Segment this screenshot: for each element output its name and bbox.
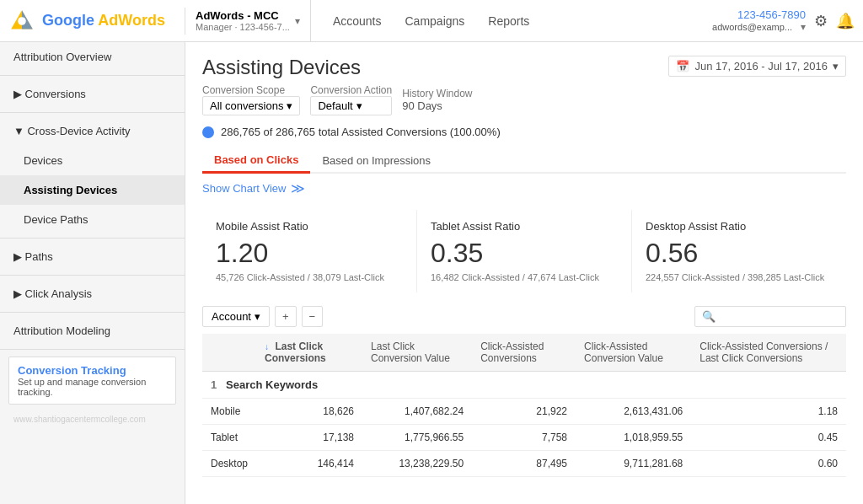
segment-label: Account [212,310,251,323]
row-mobile-click-assisted-val: 2,613,431.06 [576,399,691,425]
row-tablet-click-assisted: 7,758 [472,425,576,451]
logo-area: Google AdWords [8,8,185,35]
sidebar-divider-5 [0,312,185,313]
metric-tablet-label: Tablet Assist Ratio [431,220,618,233]
sidebar-item-cross-device[interactable]: ▼ Cross-Device Activity [0,116,185,146]
metric-desktop: Desktop Assist Ratio 0.56 224,557 Click-… [632,210,846,292]
table-toolbar: Account ▾ + − 🔍 [202,306,846,327]
user-phone: 123-456-7890 [737,8,806,21]
nav-reports[interactable]: Reports [476,0,541,42]
add-filter-button[interactable]: + [275,306,297,327]
group-label: 1 Search Keywords [202,372,846,399]
user-dropdown-arrow-icon[interactable]: ▾ [801,21,806,33]
chart-expand-icon[interactable]: ≫ [291,180,305,196]
search-icon: 🔍 [702,310,716,323]
sidebar-divider-2 [0,112,185,113]
tab-based-on-impressions[interactable]: Based on Impressions [310,149,442,172]
blue-circle-icon [202,126,214,138]
account-dropdown-arrow-icon[interactable]: ▾ [295,15,300,27]
logo-text: Google AdWords [42,12,165,29]
show-chart-link[interactable]: Show Chart View [202,182,286,195]
row-tablet-click-assisted-val: 1,018,959.55 [576,425,691,451]
top-right: 123-456-7890 adwords@examp... ▾ ⚙ 🔔 [712,8,855,33]
account-sub: Manager · 123-456-7... [196,22,290,32]
account-info: AdWords - MCC Manager · 123-456-7... [196,9,290,32]
conversion-action-select[interactable]: Default ▾ [310,96,392,115]
content-area: Assisting Devices 📅 Jun 17, 2016 - Jul 1… [185,42,863,504]
sort-icon: ↓ [265,342,269,351]
col-click-assisted-val[interactable]: Click-Assisted Conversion Value [576,334,691,372]
sidebar-item-conversions[interactable]: ▶ Conversions [0,79,185,109]
sidebar-divider-3 [0,238,185,239]
stats-summary: 286,765 of 286,765 total Assisted Conver… [202,126,846,138]
row-mobile-last-click-val: 1,407,682.24 [362,399,472,425]
segment-button[interactable]: Account ▾ [202,306,270,327]
main-layout: Attribution Overview ▶ Conversions ▼ Cro… [0,42,863,504]
remove-filter-button[interactable]: − [302,306,324,327]
calendar-icon: 📅 [676,60,689,72]
sidebar-divider-1 [0,75,185,76]
nav-campaigns[interactable]: Campaigns [394,0,477,42]
page-title: Assisting Devices [202,56,361,79]
row-mobile-name: Mobile [202,399,256,425]
table-row: Mobile 18,626 1,407,682.24 21,922 2,613,… [202,399,846,425]
table-search-box: 🔍 [694,306,846,327]
sidebar: Attribution Overview ▶ Conversions ▼ Cro… [0,42,185,504]
conversion-action-group: Conversion Action Default ▾ [310,84,392,115]
row-desktop-click-assisted: 87,495 [472,451,576,477]
user-info: 123-456-7890 adwords@examp... ▾ [712,8,806,33]
account-selector[interactable]: AdWords - MCC Manager · 123-456-7... ▾ [185,0,311,41]
metric-desktop-label: Desktop Assist Ratio [646,220,833,233]
sidebar-divider-4 [0,275,185,276]
table-controls: Account ▾ + − [202,306,323,327]
sidebar-item-devices[interactable]: Devices [0,146,185,175]
metric-tablet-detail: 16,482 Click-Assisted / 47,674 Last-Clic… [431,272,618,282]
notifications-icon[interactable]: 🔔 [836,12,855,30]
metric-mobile-label: Mobile Assist Ratio [216,220,403,233]
sidebar-item-paths[interactable]: ▶ Paths [0,242,185,271]
row-desktop-last-click-conv: 146,414 [256,451,362,477]
tabs-row: Based on Clicks Based on Impressions [202,148,846,174]
row-mobile-click-assisted: 21,922 [472,399,576,425]
data-table: ↓ Last Click Conversions Last Click Conv… [202,334,846,477]
sidebar-item-assisting-devices[interactable]: Assisting Devices [0,175,185,205]
col-last-click-conv[interactable]: ↓ Last Click Conversions [256,334,362,372]
col-last-click-val[interactable]: Last Click Conversion Value [362,334,472,372]
google-adwords-logo-icon [8,8,35,35]
segment-dropdown-arrow-icon[interactable]: ▾ [255,310,260,323]
date-range-picker[interactable]: 📅 Jun 17, 2016 - Jul 17, 2016 ▾ [668,56,846,77]
row-mobile-ratio: 1.18 [691,399,846,425]
col-click-assisted-conv[interactable]: Click-Assisted Conversions [472,334,576,372]
metric-mobile-value: 1.20 [216,238,403,269]
sidebar-item-device-paths[interactable]: Device Paths [0,205,185,234]
tab-based-on-clicks[interactable]: Based on Clicks [202,148,310,174]
row-tablet-last-click-val: 1,775,966.55 [362,425,472,451]
conversion-scope-arrow-icon[interactable]: ▾ [287,99,292,112]
sidebar-item-attribution-modeling[interactable]: Attribution Modeling [0,316,185,346]
svg-point-2 [18,17,26,25]
metric-tablet: Tablet Assist Ratio 0.35 16,482 Click-As… [417,210,632,292]
metrics-row: Mobile Assist Ratio 1.20 45,726 Click-As… [202,210,846,292]
conversion-action-arrow-icon[interactable]: ▾ [356,99,362,112]
row-tablet-name: Tablet [202,425,256,451]
history-window-value: 90 Days [402,99,472,112]
show-chart-row: Show Chart View ≫ [202,180,846,196]
conversion-scope-select[interactable]: All conversions ▾ [202,96,300,115]
conversion-tracking-sub: Set up and manage conversion tracking. [18,377,167,397]
conversion-tracking-title: Conversion Tracking [18,364,167,377]
account-name: AdWords - MCC [196,9,290,22]
nav-accounts[interactable]: Accounts [321,0,394,42]
user-email: adwords@examp... [712,22,792,32]
sidebar-divider-6 [0,349,185,350]
conversion-tracking-box[interactable]: Conversion Tracking Set up and manage co… [8,357,176,405]
date-dropdown-arrow-icon[interactable]: ▾ [833,60,839,72]
sidebar-item-attribution-overview[interactable]: Attribution Overview [0,42,185,72]
metric-tablet-value: 0.35 [431,238,618,269]
sidebar-item-click-analysis[interactable]: ▶ Click Analysis [0,279,185,308]
col-ratio[interactable]: Click-Assisted Conversions / Last Click … [691,334,846,372]
row-desktop-name: Desktop [202,451,256,477]
table-section: Account ▾ + − 🔍 ↓ L [202,306,846,477]
settings-icon[interactable]: ⚙ [814,12,828,30]
search-input[interactable] [716,310,839,323]
table-group-header: 1 Search Keywords [202,372,846,399]
